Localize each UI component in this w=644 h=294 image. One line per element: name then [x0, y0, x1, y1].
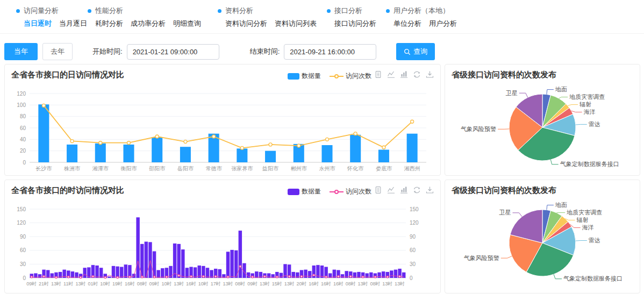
restore-icon[interactable]: [413, 70, 421, 78]
search-icon: [404, 48, 411, 55]
nav-item-detail-query[interactable]: 明细查询: [173, 19, 201, 28]
dashboard-grid: 全省各市接口的日访问情况对比 数据量 访问次数 020406080100120长…: [4, 64, 640, 293]
bullet-icon: [327, 9, 331, 13]
bullet-icon: [218, 9, 221, 13]
svg-text:地质灾害调查: 地质灾害调查: [566, 209, 602, 216]
nav-item-hourly-today[interactable]: 当日逐时: [24, 19, 52, 28]
start-time-label: 开始时间:: [92, 47, 123, 56]
svg-text:09时: 09时: [247, 281, 257, 286]
bar-chart-icon[interactable]: [400, 186, 408, 194]
last-year-button[interactable]: 去年: [42, 43, 73, 60]
data-view-icon[interactable]: [374, 186, 382, 194]
svg-text:常德市: 常德市: [206, 166, 223, 171]
nav-item-data-access-analysis[interactable]: 资料访问分析: [225, 19, 267, 28]
bullet-icon: [386, 9, 390, 13]
end-time-input[interactable]: [284, 44, 376, 60]
chart-toolbox: [374, 186, 434, 194]
svg-text:卫星: 卫星: [498, 209, 511, 216]
line-chart-icon[interactable]: [387, 186, 395, 194]
province-pie-chart-1[interactable]: 地面地质灾害调查辐射海洋雷达气象定制数据服务接口气象风险预警卫星: [446, 80, 639, 175]
hourly-chart-panel: 全省各市接口的时访问情况对比 数据量 访问次数 0030306060909012…: [4, 180, 441, 293]
start-time-input[interactable]: [127, 44, 219, 60]
download-icon[interactable]: [426, 70, 434, 78]
svg-text:13时: 13时: [76, 281, 86, 286]
svg-text:60: 60: [20, 125, 26, 131]
svg-text:08时: 08时: [235, 281, 245, 286]
nav-group-visits-title: 访问量分析: [16, 6, 88, 16]
legend-item-data-volume[interactable]: 数据量: [288, 71, 321, 81]
legend-label: 数据量: [302, 187, 321, 196]
svg-text:海洋: 海洋: [584, 109, 596, 115]
svg-text:0: 0: [23, 275, 26, 281]
svg-text:120: 120: [17, 91, 26, 97]
bullet-icon: [88, 9, 91, 13]
svg-text:120: 120: [17, 220, 26, 226]
svg-text:60: 60: [20, 247, 26, 253]
svg-text:湘潭市: 湘潭市: [92, 166, 109, 171]
bullet-icon: [16, 9, 20, 13]
svg-text:邵阳市: 邵阳市: [149, 166, 166, 171]
search-button[interactable]: 查询: [396, 43, 435, 60]
nav-group-title-text: 性能分析: [95, 6, 123, 16]
svg-text:11时: 11时: [63, 281, 73, 286]
svg-text:雷达: 雷达: [589, 237, 600, 243]
nav-item-daily-month[interactable]: 当月逐日: [59, 19, 87, 28]
svg-text:16时: 16时: [333, 281, 344, 286]
province-pie-chart-2[interactable]: 地面地质灾害调查辐射海洋雷达气象定制数据服务接口气象风险预警卫星: [446, 196, 639, 290]
svg-text:辐射: 辐射: [577, 217, 589, 223]
svg-text:株洲市: 株洲市: [63, 166, 81, 171]
nav-group-title-text: 访问量分析: [24, 6, 59, 16]
svg-text:0: 0: [23, 160, 26, 166]
legend-item-visit-count[interactable]: 访问次数: [330, 71, 371, 81]
svg-text:10时: 10时: [161, 281, 171, 286]
hourly-chart-canvas[interactable]: 0030306060909012012015015009时21时13时11时13…: [7, 196, 434, 291]
nav-item-data-access-list[interactable]: 资料访问列表: [275, 19, 317, 28]
svg-text:19时: 19时: [112, 281, 123, 286]
svg-text:16时: 16时: [309, 281, 319, 286]
svg-text:80: 80: [20, 113, 26, 119]
svg-text:30: 30: [410, 261, 416, 267]
svg-text:地面: 地面: [555, 86, 567, 92]
hourly-chart-legend: 数据量 访问次数: [288, 187, 371, 196]
svg-text:90: 90: [410, 234, 416, 240]
restore-icon[interactable]: [413, 186, 421, 194]
svg-text:16时: 16时: [321, 281, 331, 286]
chart-toolbox: [374, 70, 434, 78]
line-chart-icon[interactable]: [387, 70, 395, 78]
this-year-button[interactable]: 当年: [4, 43, 38, 60]
svg-text:13时: 13时: [223, 281, 233, 286]
svg-text:气象定制数据服务接口: 气象定制数据服务接口: [560, 161, 619, 167]
nav-group-title-text: 用户分析（本地）: [393, 6, 449, 16]
nav-group-users: 用户分析（本地） 单位分析 用户分析: [386, 6, 457, 28]
svg-text:衡阳市: 衡阳市: [120, 166, 138, 171]
legend-item-data-volume[interactable]: 数据量: [288, 187, 321, 196]
nav-item-success-rate[interactable]: 成功率分析: [131, 19, 166, 28]
nav-item-user-analysis[interactable]: 用户分析: [429, 19, 457, 28]
svg-text:13时: 13时: [260, 281, 270, 286]
download-icon[interactable]: [426, 186, 434, 194]
svg-text:辐射: 辐射: [579, 101, 591, 107]
daily-chart-legend: 数据量 访问次数: [288, 71, 371, 81]
daily-chart-canvas[interactable]: 020406080100120长沙市株洲市湘潭市衡阳市邵阳市岳阳市常德市张家界市…: [7, 80, 434, 176]
svg-text:永州市: 永州市: [319, 166, 336, 171]
bar-chart-icon[interactable]: [400, 70, 408, 78]
svg-text:张家界市: 张家界市: [231, 166, 253, 171]
legend-item-visit-count[interactable]: 访问次数: [330, 187, 371, 196]
svg-text:15时: 15时: [272, 281, 282, 286]
svg-text:16时: 16时: [125, 281, 135, 286]
svg-text:13时: 13时: [358, 281, 368, 286]
svg-text:13时: 13时: [174, 281, 184, 286]
svg-text:20: 20: [20, 148, 26, 154]
svg-text:娄底市: 娄底市: [376, 166, 392, 171]
svg-text:13时: 13时: [284, 281, 295, 286]
svg-text:17时: 17时: [211, 281, 221, 286]
nav-item-unit-analysis[interactable]: 单位分析: [393, 19, 421, 28]
nav-item-interface-access[interactable]: 接口访问分析: [334, 19, 376, 28]
nav-item-time-cost[interactable]: 耗时分析: [95, 19, 123, 28]
province-pie-panel-2: 省级接口访问资料的次数发布 地面地质灾害调查辐射海洋雷达气象定制数据服务接口气象…: [445, 180, 640, 293]
nav-group-data-title: 资料分析: [218, 6, 327, 16]
daily-chart-panel: 全省各市接口的日访问情况对比 数据量 访问次数 020406080100120长…: [4, 64, 441, 176]
data-view-icon[interactable]: [374, 70, 382, 78]
svg-text:16时: 16时: [186, 281, 196, 286]
svg-text:20时: 20时: [296, 281, 306, 286]
